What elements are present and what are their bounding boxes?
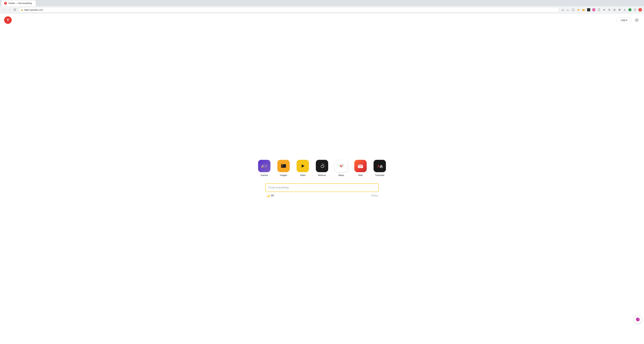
svg-point-12: [265, 166, 266, 166]
translate-icon: A あ: [374, 160, 386, 172]
weather-left: 🌙 26°: [266, 194, 274, 197]
mail-icon: [354, 160, 367, 172]
svg-point-34: [636, 320, 638, 321]
ext-brain-btn[interactable]: 🧠: [592, 7, 596, 12]
svg-point-24: [340, 165, 342, 166]
ext-reader-btn[interactable]: Aa: [560, 7, 565, 12]
images-label: Images: [280, 174, 287, 176]
app-mail[interactable]: Mail: [354, 160, 367, 176]
ext-star-btn[interactable]: [612, 7, 617, 12]
menu-button[interactable]: [634, 17, 640, 23]
page-content: Y Log in: [0, 13, 644, 344]
url-text: https://yandex.com: [24, 8, 557, 11]
svg-point-14: [261, 167, 262, 168]
tab-favicon: Y: [4, 2, 7, 5]
video-label: Video: [300, 174, 306, 176]
svg-text:A: A: [377, 164, 380, 168]
ext-shield-btn[interactable]: [633, 7, 638, 12]
ext-tablet-btn[interactable]: [571, 7, 576, 12]
svg-text:Aa: Aa: [562, 9, 564, 11]
active-tab[interactable]: Y Yandex — find everything: [1, 0, 36, 6]
address-bar[interactable]: 🔒 https://yandex.com: [18, 7, 559, 12]
meteum-label: Meteum: [318, 174, 326, 176]
translate-label: Translate: [375, 174, 384, 176]
svg-point-13: [266, 166, 267, 166]
ext-clipboard-btn[interactable]: [596, 7, 602, 12]
meteum-icon: [316, 160, 328, 172]
ext-refresh-btn[interactable]: [607, 7, 612, 12]
main-content: Games Images: [0, 27, 644, 344]
ext-dark-btn[interactable]: ⬛: [586, 7, 591, 12]
ext-folder-btn[interactable]: [581, 7, 586, 12]
yandex-logo[interactable]: Y: [4, 16, 12, 24]
maps-label: Maps: [338, 174, 344, 176]
tab-bar: Y Yandex — find everything: [0, 0, 644, 6]
ext-profile-btn[interactable]: Y: [638, 7, 643, 12]
svg-marker-3: [577, 9, 580, 11]
header-right: Log in: [616, 17, 640, 23]
logo-letter: Y: [7, 18, 9, 22]
menu-line-3: [635, 21, 638, 21]
svg-point-33: [638, 319, 639, 320]
lock-icon: 🔒: [21, 9, 23, 11]
video-icon: [296, 160, 309, 172]
browser-chrome: Y Yandex — find everything 🔒 https://yan…: [0, 0, 644, 13]
apps-row: Games Images: [258, 160, 386, 176]
browser-toolbar: 🔒 https://yandex.com Aa aA ⬛: [0, 6, 644, 13]
mail-label: Mail: [358, 174, 362, 176]
app-translate[interactable]: A あ Translate: [373, 160, 386, 176]
svg-point-31: [636, 318, 640, 321]
tab-title: Yandex — find everything: [8, 2, 32, 4]
ext-download-btn[interactable]: [622, 7, 627, 12]
weather-temperature: 26°: [271, 194, 274, 197]
svg-point-32: [636, 319, 638, 320]
search-input[interactable]: [265, 183, 379, 192]
ext-bookmark-btn[interactable]: [576, 7, 581, 12]
games-icon: [258, 160, 270, 172]
images-icon: [277, 160, 290, 172]
yandex-header: Y Log in: [0, 13, 644, 27]
ext-ia-btn[interactable]: IA: [602, 7, 606, 12]
app-meteum[interactable]: Meteum: [315, 160, 329, 176]
app-maps[interactable]: Maps: [334, 160, 348, 176]
svg-point-35: [638, 320, 639, 321]
back-button[interactable]: [1, 7, 6, 12]
app-images[interactable]: Images: [277, 160, 290, 176]
weather-icon: 🌙: [266, 194, 270, 197]
maps-icon: [335, 160, 348, 172]
ext-globe-btn[interactable]: [617, 7, 622, 12]
weather-row: 🌙 26° Beijing: [265, 194, 379, 197]
search-container: [265, 183, 379, 192]
menu-line-1: [635, 19, 638, 19]
svg-marker-6: [614, 9, 616, 11]
svg-point-15: [262, 167, 263, 168]
weather-city: Beijing: [371, 194, 378, 197]
app-games[interactable]: Games: [258, 160, 271, 176]
floating-extension-button[interactable]: [634, 315, 642, 324]
ext-translate-btn[interactable]: aA: [566, 7, 570, 12]
svg-text:aA: aA: [567, 9, 569, 11]
ext-gamepad-btn[interactable]: 🎮: [628, 7, 632, 12]
toolbar-extensions: Aa aA ⬛ 🧠 IA: [560, 7, 643, 12]
app-video[interactable]: Video: [296, 160, 310, 176]
svg-rect-21: [318, 162, 326, 170]
svg-rect-2: [572, 9, 574, 11]
reload-button[interactable]: [12, 7, 17, 12]
svg-rect-11: [262, 166, 264, 166]
menu-line-2: [635, 20, 638, 20]
forward-button[interactable]: [7, 7, 12, 12]
svg-text:あ: あ: [380, 165, 383, 168]
games-label: Games: [261, 174, 268, 176]
svg-rect-4: [598, 9, 600, 11]
svg-rect-17: [281, 164, 286, 168]
login-button[interactable]: Log in: [616, 17, 632, 23]
